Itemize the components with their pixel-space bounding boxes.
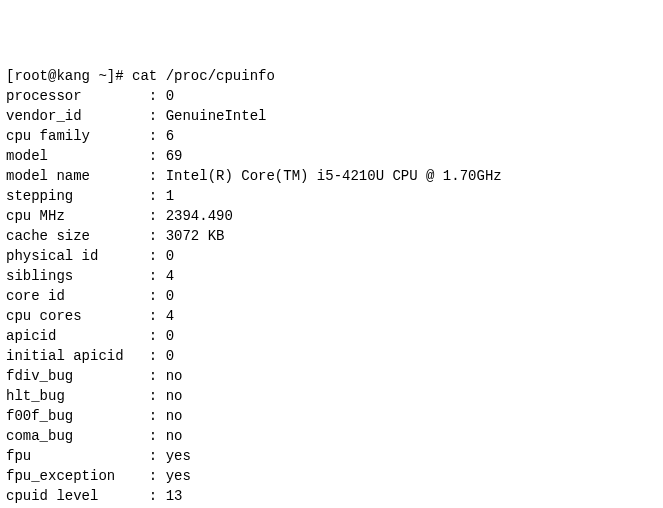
cpuinfo-value: GenuineIntel — [166, 108, 267, 124]
cpuinfo-row: cpu cores: 4 — [6, 306, 657, 326]
cpuinfo-value: 69 — [166, 148, 183, 164]
cpuinfo-sep: : — [149, 148, 166, 164]
cpuinfo-sep: : — [149, 488, 166, 504]
cpuinfo-sep: : — [149, 328, 166, 344]
cpuinfo-key: cache size — [6, 226, 149, 246]
cpuinfo-key: initial apicid — [6, 346, 149, 366]
cpuinfo-value: no — [166, 368, 183, 384]
cpuinfo-row: initial apicid: 0 — [6, 346, 657, 366]
cpuinfo-value: 0 — [166, 248, 174, 264]
shell-prompt: [root@kang ~]# cat /proc/cpuinfo — [6, 66, 657, 86]
cpuinfo-sep: : — [149, 408, 166, 424]
cpuinfo-key: vendor_id — [6, 106, 149, 126]
cpuinfo-key: f00f_bug — [6, 406, 149, 426]
cpuinfo-value: 6 — [166, 128, 174, 144]
cpuinfo-sep: : — [149, 448, 166, 464]
cpuinfo-sep: : — [149, 268, 166, 284]
cpuinfo-row: processor: 0 — [6, 86, 657, 106]
cpuinfo-row: cpuid level: 13 — [6, 486, 657, 506]
cpuinfo-value: 4 — [166, 308, 174, 324]
cpuinfo-sep: : — [149, 228, 166, 244]
cpuinfo-sep: : — [149, 88, 166, 104]
cpuinfo-row: core id: 0 — [6, 286, 657, 306]
cpuinfo-key: fpu — [6, 446, 149, 466]
cpuinfo-value: 13 — [166, 488, 183, 504]
cpuinfo-key: cpu cores — [6, 306, 149, 326]
cpuinfo-row: vendor_id: GenuineIntel — [6, 106, 657, 126]
cpuinfo-key: fdiv_bug — [6, 366, 149, 386]
cpuinfo-row: model name: Intel(R) Core(TM) i5-4210U C… — [6, 166, 657, 186]
cpuinfo-key: coma_bug — [6, 426, 149, 446]
cpuinfo-key: physical id — [6, 246, 149, 266]
cpuinfo-value: 0 — [166, 88, 174, 104]
cpuinfo-value: 1 — [166, 188, 174, 204]
cpuinfo-sep: : — [149, 248, 166, 264]
cpuinfo-row: fpu: yes — [6, 446, 657, 466]
cpuinfo-sep: : — [149, 128, 166, 144]
cpuinfo-row: fdiv_bug: no — [6, 366, 657, 386]
cpuinfo-key: model — [6, 146, 149, 166]
cpuinfo-value: no — [166, 428, 183, 444]
cpuinfo-sep: : — [149, 288, 166, 304]
cpuinfo-row: apicid: 0 — [6, 326, 657, 346]
cpuinfo-sep: : — [149, 388, 166, 404]
cpuinfo-key: fpu_exception — [6, 466, 149, 486]
cpuinfo-row: siblings: 4 — [6, 266, 657, 286]
cpuinfo-value: Intel(R) Core(TM) i5-4210U CPU @ 1.70GHz — [166, 168, 502, 184]
cpuinfo-row: cache size: 3072 KB — [6, 226, 657, 246]
cpuinfo-value: 0 — [166, 328, 174, 344]
cpuinfo-row: stepping: 1 — [6, 186, 657, 206]
cpuinfo-row: hlt_bug: no — [6, 386, 657, 406]
cpuinfo-value: 2394.490 — [166, 208, 233, 224]
cpuinfo-key: core id — [6, 286, 149, 306]
cpuinfo-value: 3072 KB — [166, 228, 225, 244]
cpuinfo-value: yes — [166, 448, 191, 464]
cpuinfo-row: coma_bug: no — [6, 426, 657, 446]
cpuinfo-row: cpu family: 6 — [6, 126, 657, 146]
cpuinfo-key: cpu family — [6, 126, 149, 146]
cpuinfo-sep: : — [149, 348, 166, 364]
cpuinfo-sep: : — [149, 468, 166, 484]
cpuinfo-row: model: 69 — [6, 146, 657, 166]
cpuinfo-sep: : — [149, 308, 166, 324]
cpuinfo-value: 0 — [166, 288, 174, 304]
cpuinfo-row: physical id: 0 — [6, 246, 657, 266]
cpuinfo-sep: : — [149, 368, 166, 384]
cpuinfo-value: 0 — [166, 348, 174, 364]
cpuinfo-sep: : — [149, 208, 166, 224]
cpuinfo-value: yes — [166, 468, 191, 484]
cpuinfo-value: no — [166, 388, 183, 404]
cpuinfo-row: fpu_exception: yes — [6, 466, 657, 486]
cpuinfo-sep: : — [149, 428, 166, 444]
cpuinfo-sep: : — [149, 108, 166, 124]
cpuinfo-key: hlt_bug — [6, 386, 149, 406]
cpuinfo-key: cpu MHz — [6, 206, 149, 226]
cpuinfo-key: cpuid level — [6, 486, 149, 506]
cpuinfo-sep: : — [149, 168, 166, 184]
cpuinfo-row: f00f_bug: no — [6, 406, 657, 426]
cpuinfo-key: apicid — [6, 326, 149, 346]
cpuinfo-value: 4 — [166, 268, 174, 284]
cpuinfo-key: siblings — [6, 266, 149, 286]
cpuinfo-row: cpu MHz: 2394.490 — [6, 206, 657, 226]
cpuinfo-sep: : — [149, 188, 166, 204]
cpuinfo-key: model name — [6, 166, 149, 186]
cpuinfo-key: processor — [6, 86, 149, 106]
cpuinfo-value: no — [166, 408, 183, 424]
cpuinfo-key: stepping — [6, 186, 149, 206]
